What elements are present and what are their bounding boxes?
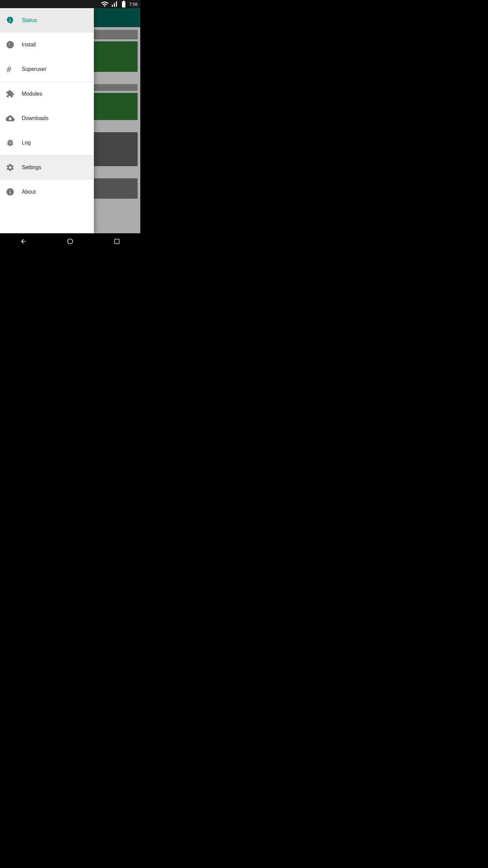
status-time: 7:56 — [129, 2, 138, 7]
home-icon — [67, 238, 74, 245]
log-label: Log — [22, 140, 31, 146]
svg-point-1 — [68, 239, 73, 244]
navigation-bar — [0, 233, 140, 250]
drawer-item-about[interactable]: About — [0, 180, 94, 204]
main-layout: alled ) ck Status — [0, 8, 140, 233]
recent-button[interactable] — [107, 233, 127, 250]
back-icon — [20, 238, 27, 245]
drawer-item-downloads[interactable]: Downloads — [0, 106, 94, 131]
download-icon — [5, 114, 15, 123]
svg-text:#: # — [6, 65, 12, 74]
back-button[interactable] — [13, 233, 34, 250]
drawer-item-settings[interactable]: Settings — [0, 155, 94, 180]
modules-label: Modules — [22, 91, 42, 97]
status-bar: 7:56 — [0, 0, 140, 8]
status-label: Status — [22, 17, 37, 23]
about-label: About — [22, 189, 36, 195]
drawer-item-modules[interactable]: Modules — [0, 82, 94, 106]
drawer-item-superuser[interactable]: # Superuser — [0, 57, 94, 81]
drawer-item-install[interactable]: Install — [0, 33, 94, 57]
downloads-label: Downloads — [22, 115, 48, 121]
gear-icon — [5, 163, 15, 172]
about-icon — [5, 187, 15, 197]
navigation-drawer: Status Install # Superuser — [0, 8, 94, 233]
settings-label: Settings — [22, 164, 41, 171]
superuser-label: Superuser — [22, 66, 47, 72]
status-bar-icons: 7:56 — [101, 0, 138, 8]
info-icon — [5, 16, 15, 25]
svg-rect-2 — [115, 239, 119, 244]
signal-icon — [110, 0, 118, 8]
drawer-item-status[interactable]: Status — [0, 8, 94, 33]
home-button[interactable] — [60, 233, 80, 250]
drawer-empty-space — [0, 204, 94, 233]
puzzle-icon — [5, 89, 15, 99]
install-label: Install — [22, 42, 36, 48]
drawer-item-log[interactable]: Log — [0, 131, 94, 155]
battery-icon — [120, 0, 128, 8]
hash-icon: # — [5, 64, 15, 74]
magisk-icon — [5, 40, 15, 50]
recent-icon — [114, 238, 120, 244]
wifi-icon — [101, 0, 109, 8]
bug-icon — [5, 138, 15, 147]
